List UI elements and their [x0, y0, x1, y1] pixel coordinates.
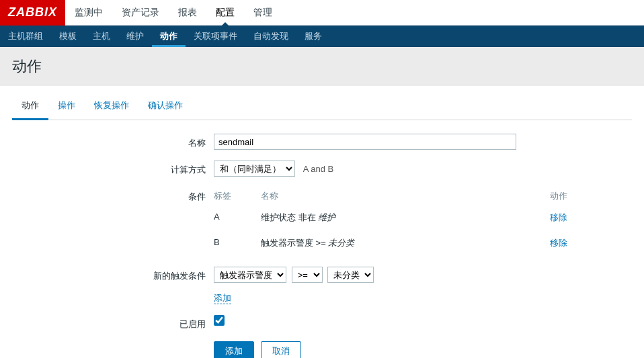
cond-row: A 维护状态 非在 维护 移除: [214, 205, 590, 230]
mainmenu-administration[interactable]: 管理: [244, 0, 282, 26]
submenu-services[interactable]: 服务: [296, 26, 330, 47]
newcond-value-select[interactable]: 未分类: [327, 267, 374, 283]
cond-label: 条件: [12, 187, 214, 203]
cond-header-action: 动作: [550, 190, 590, 202]
submenu-maintenance[interactable]: 维护: [118, 26, 152, 47]
form: 名称 计算方式 和（同时满足） A and B 条件 标签 名称 动作: [12, 120, 632, 358]
cond-header: 标签 名称 动作: [214, 187, 590, 205]
newcond-label: 新的触发条件: [12, 267, 214, 282]
logo[interactable]: ZABBIX: [0, 0, 65, 26]
tabs: 动作 操作 恢复操作 确认操作: [12, 93, 632, 120]
row-calc: 计算方式 和（同时满足） A and B: [12, 161, 632, 177]
cond-tag: A: [214, 212, 261, 224]
mainmenu-monitoring[interactable]: 监测中: [65, 0, 112, 26]
submenu-templates[interactable]: 模板: [51, 26, 85, 47]
tab-operations[interactable]: 操作: [48, 93, 85, 120]
cond-remove-link[interactable]: 移除: [550, 238, 567, 248]
topbar: ZABBIX 监测中 资产记录 报表 配置 管理: [0, 0, 644, 26]
submenu-discovery[interactable]: 自动发现: [245, 26, 296, 47]
calc-label: 计算方式: [12, 161, 214, 176]
cond-header-name: 名称: [261, 190, 550, 202]
main-menu: 监测中 资产记录 报表 配置 管理: [65, 0, 282, 26]
row-conditions: 条件 标签 名称 动作 A 维护状态 非在 维护 移除 B 触发器示警度 >= …: [12, 187, 632, 256]
row-name: 名称: [12, 134, 632, 150]
cond-name: 维护状态 非在 维护: [261, 212, 550, 224]
cond-name: 触发器示警度 >= 未分类: [261, 237, 550, 249]
page-title: 动作: [0, 47, 644, 86]
submenu-correlation[interactable]: 关联项事件: [186, 26, 245, 47]
submenu-actions[interactable]: 动作: [152, 26, 186, 47]
mainmenu-configuration[interactable]: 配置: [206, 0, 244, 26]
sub-menu: 主机群组 模板 主机 维护 动作 关联项事件 自动发现 服务: [0, 26, 644, 47]
cond-tag: B: [214, 237, 261, 249]
add-button[interactable]: 添加: [214, 341, 254, 358]
row-newcond: 新的触发条件 触发器示警度 >= 未分类 添加: [12, 267, 632, 304]
tab-acknowledge[interactable]: 确认操作: [138, 93, 192, 120]
cancel-button[interactable]: 取消: [261, 341, 301, 358]
newcond-op-select[interactable]: >=: [292, 267, 323, 283]
tab-recovery[interactable]: 恢复操作: [85, 93, 138, 120]
cond-row: B 触发器示警度 >= 未分类 移除: [214, 230, 590, 256]
newcond-type-select[interactable]: 触发器示警度: [214, 267, 286, 283]
tab-action[interactable]: 动作: [12, 93, 48, 120]
cond-header-tag: 标签: [214, 190, 261, 202]
calc-select[interactable]: 和（同时满足）: [214, 161, 295, 177]
mainmenu-inventory[interactable]: 资产记录: [112, 0, 169, 26]
enabled-label: 已启用: [12, 315, 214, 330]
mainmenu-reports[interactable]: 报表: [169, 0, 206, 26]
button-row: 添加 取消: [214, 341, 632, 358]
newcond-add-link[interactable]: 添加: [214, 293, 231, 304]
submenu-hosts[interactable]: 主机: [85, 26, 118, 47]
content: 动作 操作 恢复操作 确认操作 名称 计算方式 和（同时满足） A and B …: [0, 93, 644, 358]
submenu-hostgroups[interactable]: 主机群组: [0, 26, 51, 47]
cond-remove-link[interactable]: 移除: [550, 212, 567, 222]
name-input[interactable]: [214, 134, 516, 150]
row-enabled: 已启用: [12, 315, 632, 330]
name-label: 名称: [12, 134, 214, 149]
enabled-checkbox[interactable]: [214, 315, 225, 326]
calc-hint: A and B: [303, 164, 334, 174]
